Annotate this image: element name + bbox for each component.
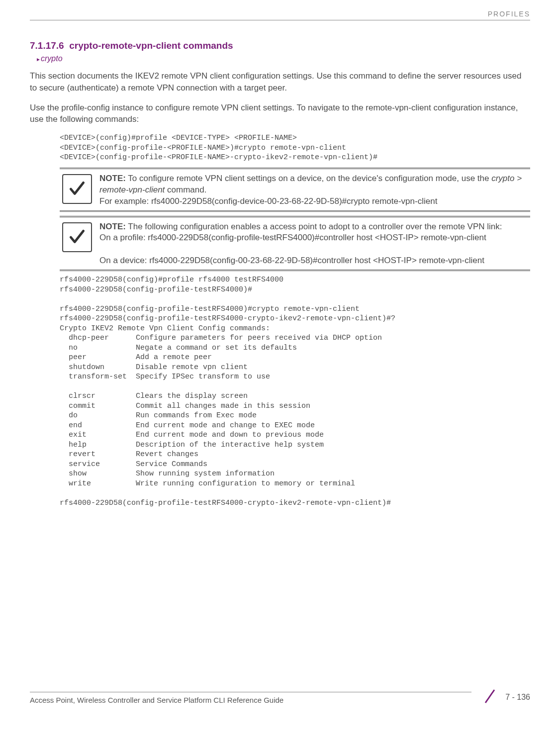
- page-number: 7 - 136: [505, 693, 530, 702]
- note1-t2: command.: [165, 185, 206, 194]
- header-label: PROFILES: [30, 10, 530, 20]
- footer-slash-icon: [481, 688, 498, 706]
- footer-title: Access Point, Wireless Controller and Se…: [30, 696, 288, 704]
- intro-paragraph-2: Use the profile-config instance to confi…: [30, 102, 530, 126]
- note-box-1: NOTE: To configure remote VPN client set…: [60, 168, 530, 212]
- note-text-1: NOTE: To configure remote VPN client set…: [99, 172, 530, 207]
- note-text-2: NOTE: The following configuration enable…: [99, 220, 502, 267]
- section-title: crypto-remote-vpn-client commands: [69, 40, 233, 51]
- note1-bold: NOTE:: [99, 174, 126, 183]
- note2-t2: On a profile: rfs4000-229D58(config-prof…: [99, 233, 486, 242]
- svg-line-0: [485, 690, 494, 703]
- note1-t3: For example: rfs4000-229D58(config-devic…: [99, 196, 437, 206]
- checkmark-icon: [62, 222, 92, 252]
- intro-paragraph-1: This section documents the IKEV2 remote …: [30, 70, 530, 94]
- section-heading: 7.1.17.6 crypto-remote-vpn-client comman…: [30, 40, 530, 51]
- note-box-2: NOTE: The following configuration enable…: [60, 216, 530, 272]
- code-block-1: <DEVICE>(config)#profile <DEVICE-TYPE> <…: [60, 133, 530, 163]
- footer-rule: [30, 692, 471, 692]
- note2-bold: NOTE:: [99, 222, 126, 231]
- note-icon-cell: [60, 172, 99, 206]
- code-block-2: rfs4000-229D58(config)#profile rfs4000 t…: [60, 275, 530, 508]
- section-number: 7.1.17.6: [30, 40, 64, 51]
- checkmark-icon: [62, 174, 92, 204]
- note2-t1: The following configuration enables a ac…: [126, 222, 502, 231]
- breadcrumb: crypto: [37, 54, 530, 63]
- note-icon-cell: [60, 220, 99, 254]
- note2-t3: On a device: rfs4000-229D58(config-00-23…: [99, 256, 484, 265]
- page-footer: Access Point, Wireless Controller and Se…: [30, 688, 530, 706]
- note1-t1: To configure remote VPN client settings …: [126, 174, 491, 183]
